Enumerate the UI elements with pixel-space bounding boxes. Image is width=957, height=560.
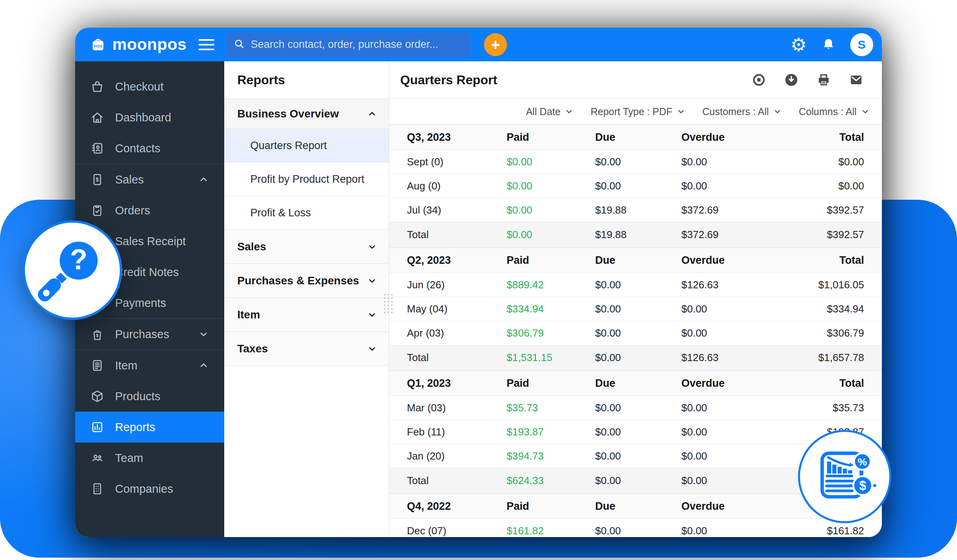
sidebar-item-contacts[interactable]: Contacts [75,133,224,164]
total-value: $1,016.05 [800,279,864,291]
total-row-label: Total [407,352,507,364]
team-icon [90,451,104,465]
search-icon [233,38,245,51]
brand-name: moonpos [112,35,187,54]
report-nav-profit-loss[interactable]: Profit & Loss [224,196,389,230]
help-bubble[interactable]: ? [23,220,122,320]
column-header-paid: Paid [507,254,595,267]
chevron-down-icon [564,107,574,116]
quarter-header-row: Q3, 2023PaidDueOverdueTotal [389,125,882,150]
column-header-paid: Paid [507,500,595,513]
paid-total: $0.00 [507,229,595,241]
filter-bar: All DateReport Type : PDFCustomers : All… [389,99,882,125]
search-input[interactable] [251,38,463,51]
paid-value: $161.82 [507,525,595,537]
sidebar-item-label: Orders [115,204,211,217]
contacts-icon [90,141,104,155]
svg-text:$: $ [96,176,99,183]
filter-customers-all[interactable]: Customers : All [702,106,782,117]
due-total: $0.00 [595,475,681,487]
column-header-due: Due [595,500,681,513]
quarter-label: Q3, 2023 [407,131,507,144]
due-value: $0.00 [595,303,681,315]
filter-label: Report Type : PDF [590,106,672,117]
report-header: Quarters Report [389,61,882,99]
report-nav-item[interactable]: Item [224,298,389,332]
sidebar-item-label: Purchases [115,328,186,341]
search-bar[interactable] [226,33,471,57]
sidebar-item-item[interactable]: Item [75,350,224,381]
table-row: Jun (26)$889.42$0.00$126.63$1,016.05 [389,273,882,297]
paid-value: $0.00 [507,180,595,192]
report-nav-label: Item [237,308,367,321]
sidebar-item-checkout[interactable]: Checkout [75,71,224,102]
sales-icon: $ [90,172,104,187]
sidebar-item-products[interactable]: Products [75,381,224,412]
bell-icon[interactable] [821,37,836,52]
download-icon[interactable] [784,72,799,87]
chevron-down-icon [773,107,782,116]
brand-logo[interactable]: POS moonpos [89,35,187,55]
quarter-label: Q1, 2023 [407,377,507,390]
sidebar-item-dashboard[interactable]: Dashboard [75,102,224,133]
printer-icon[interactable] [816,72,831,87]
total-row-label: Total [407,475,507,487]
table-row: Dec (07)$161.82$0.00$0.00$161.82 [389,519,882,537]
month-label: Aug (0) [407,180,507,192]
quarter-header-row: Q1, 2023PaidDueOverdueTotal [389,371,882,396]
question-magnifier-icon: ? [33,231,112,310]
eye-icon[interactable] [751,72,766,87]
table-row: Jul (34)$0.00$19.88$372.69$392.57 [389,198,882,222]
hamburger-menu-icon[interactable] [199,39,214,50]
quarter-label: Q4, 2022 [407,500,507,513]
sidebar-item-sales[interactable]: $Sales [75,164,224,195]
chevron-down-icon [367,310,377,320]
chevron-up-icon [367,109,377,119]
list-icon [90,358,104,373]
avatar[interactable]: S [850,33,873,56]
report-nav-purchases-expenses[interactable]: Purchases & Expenses [224,264,389,298]
filter-label: All Date [526,106,561,117]
gear-icon[interactable]: ⚙ [791,36,807,54]
overdue-value: $0.00 [681,402,800,414]
column-header-due: Due [595,377,681,390]
panel-resize-handle[interactable] [384,294,393,313]
due-value: $0.00 [595,156,681,168]
total-value: $161.82 [800,525,864,537]
total-value: $0.00 [800,180,864,192]
sidebar-item-team[interactable]: Team [75,443,224,473]
sidebar-item-label: Sales [115,173,186,186]
filter-all-date[interactable]: All Date [526,106,574,117]
sidebar-item-label: Checkout [115,80,211,93]
sidebar-item-purchases[interactable]: $Purchases [75,319,224,350]
mail-icon[interactable] [849,72,864,87]
overdue-value: $0.00 [681,327,800,339]
report-nav-quarters-report[interactable]: Quarters Report [224,129,389,163]
home-icon [90,110,104,125]
report-nav-label: Purchases & Expenses [237,274,367,287]
column-header-overdue: Overdue [681,377,800,390]
add-new-button[interactable]: + [484,33,507,56]
filter-report-type-pdf[interactable]: Report Type : PDF [590,106,686,117]
svg-text:?: ? [70,244,87,275]
sidebar-item-reports[interactable]: Reports [75,412,224,443]
grand-total: $1,657.78 [800,352,864,364]
sidebar-item-orders[interactable]: Orders [75,195,224,226]
paid-value: $306.79 [507,327,595,339]
sidebar-item-label: Contacts [115,142,211,155]
report-nav-taxes[interactable]: Taxes [224,332,389,366]
paid-value: $35.73 [507,402,595,414]
total-value: $306.79 [800,327,864,339]
column-header-overdue: Overdue [681,131,800,144]
paid-value: $193.87 [507,426,595,438]
filter-columns-all[interactable]: Columns : All [799,106,870,117]
due-total: $19.88 [595,229,681,241]
app-window: POS moonpos + ⚙ S [75,28,882,537]
stats-bubble[interactable]: % $ [798,430,891,523]
report-nav-sales[interactable]: Sales [224,230,389,264]
column-header-due: Due [595,131,681,144]
chevron-down-icon [861,107,870,116]
report-nav-business-overview[interactable]: Business Overview [224,99,389,129]
report-nav-profit-by-product-report[interactable]: Profit by Product Report [224,163,389,196]
sidebar-item-companies[interactable]: Companies [75,473,224,504]
